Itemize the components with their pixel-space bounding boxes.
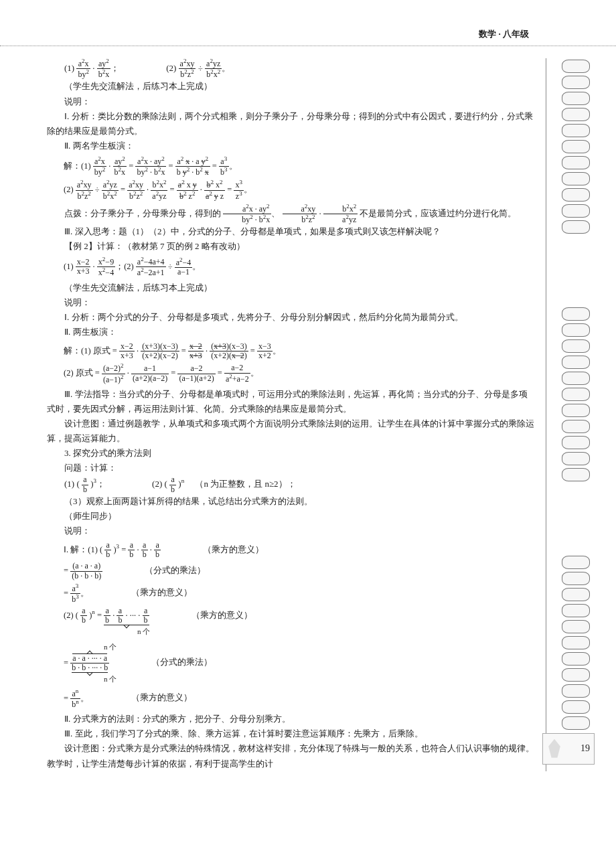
para: Ⅱ. 分式乘方的法则：分式的乘方，把分子、分母分别乘方。 (47, 712, 536, 726)
para: 点拨：分子乘分子，分母乘分母，得到的 a2x · ay2by2 · b2x、 a… (47, 204, 536, 224)
example-2-expr: (1) x−2x+3 · x2−9x2−4；(2) a2−4a+4a2−2a+1… (64, 256, 536, 277)
text: （n 为正整数，且 n≥2）； (195, 479, 295, 489)
example-2-title: 【例 2】计算：（教材第 7 页的例 2 略有改动） (47, 239, 536, 254)
para: 说明： (47, 524, 536, 538)
para: Ⅰ. 分析：两个分式的分子、分母都是多项式，先将分子、分母分别分解因式，然后约分… (47, 310, 536, 325)
para: Ⅱ. 两生板演： (47, 325, 536, 339)
expr-1: (1) a2xby2 · ay2b2x； (64, 58, 119, 79)
para: （师生同步） (47, 509, 536, 524)
text: 不是最简分式，应该通过约分进行化简。 (360, 208, 516, 218)
page-number-box: 19 (542, 733, 595, 765)
brace-label: n 个 (104, 673, 536, 686)
para: 说明： (47, 94, 536, 109)
para: Ⅲ. 深入思考：题（1）（2）中，分式的分子、分母都是单项式，如果是多项式则又该… (47, 224, 536, 239)
calc-5: n 个 = a · a · ··· · a b · b · ··· · b （分… (64, 641, 536, 686)
para: Ⅲ. 学法指导：当分式的分子、分母都是单项式时，可运用分式的乘除法则，先运算，再… (47, 387, 536, 416)
page-wrap: (1) a2xby2 · ay2b2x； (2) a2xyb2z2 ÷ a2yz… (0, 58, 616, 771)
note: （乘方的意义） (203, 543, 264, 557)
para: （学生先交流解法，后练习本上完成） (47, 79, 536, 94)
expr-4: (2) ( ab )n （n 为正整数，且 n≥2）； (152, 475, 295, 493)
solution-2: (2) a2xyb2z2 ÷ a2yzb2x2 = a2xyb2z2 · b2x… (64, 179, 536, 200)
para: 设计意图：通过例题教学，从单项式和多项式两个方面说明分式乘除法则的运用。让学生在… (47, 416, 536, 446)
solution-ex2-2: (2) 原式 = (a−2)2(a−1)2 · a−1(a+2)(a−2) = … (64, 363, 536, 384)
note: （分式的乘法） (151, 655, 212, 670)
note: （分式的乘法） (145, 564, 206, 578)
note: （乘方的意义） (191, 609, 252, 623)
expr-2: (2) a2xyb2z2 ÷ a2yzb2x2。 (166, 58, 230, 79)
solution-1: 解：(1) a2xby2 · ay2b2x = a2x · ay2by2 · b… (64, 156, 536, 177)
calc-6: = anbn。 （乘方的意义） (64, 688, 536, 709)
para: 设计意图：分式乘方是分式乘法的特殊情况，教材这样安排，充分体现了特殊与一般的关系… (47, 741, 536, 771)
para: 说明： (47, 295, 536, 310)
para: Ⅲ. 至此，我们学习了分式的乘、除、乘方运算，在计算时要注意运算顺序：先乘方，后… (47, 726, 536, 741)
page-number: 19 (581, 740, 590, 757)
calc-3: = a3b3。 （乘方的意义） (64, 583, 536, 604)
para: 3. 探究分式的乘方法则 (47, 446, 536, 461)
calc-4: (2) ( ab )n = ab · ab · ··· · ab （乘方的意义）… (64, 607, 536, 638)
para: 问题：计算： (47, 461, 536, 475)
brace-label: n 个 (104, 641, 536, 653)
note: （乘方的意义） (131, 586, 192, 600)
divider (0, 46, 616, 46)
expr-3: (1) ( ab )3； (64, 475, 105, 493)
para: Ⅰ. 分析：类比分数的乘除法则，两个分式相乘，则分子乘分子，分母乘分母；得到的分… (47, 109, 536, 139)
expr-row-2: (1) ( ab )3； (2) ( ab )n （n 为正整数，且 n≥2）； (64, 475, 536, 493)
note: （乘方的意义） (131, 691, 192, 705)
calc-2: = (a · a · a)(b · b · b) （分式的乘法） (64, 562, 536, 580)
content-area: (1) a2xby2 · ay2b2x； (2) a2xyb2z2 ÷ a2yz… (0, 58, 539, 771)
page-header: 数学 · 八年级 (0, 0, 616, 46)
expr-row-1: (1) a2xby2 · ay2b2x； (2) a2xyb2z2 ÷ a2yz… (64, 58, 536, 79)
calc-1: Ⅰ. 解：(1) ( ab )3 = ab · ab · ab （乘方的意义） (64, 541, 536, 559)
brace-label: n 个 (137, 625, 536, 638)
para: Ⅱ. 两名学生板演： (47, 139, 536, 153)
para: （学生先交流解法，后练习本上完成） (47, 281, 536, 295)
spiral-binding: 19 (546, 58, 600, 771)
solution-ex2-1: 解：(1) 原式 = x−2x+3 · (x+3)(x−3)(x+2)(x−2)… (64, 342, 536, 360)
para: （3）观察上面两题计算所得的结果，试总结出分式乘方的法则。 (47, 494, 536, 509)
